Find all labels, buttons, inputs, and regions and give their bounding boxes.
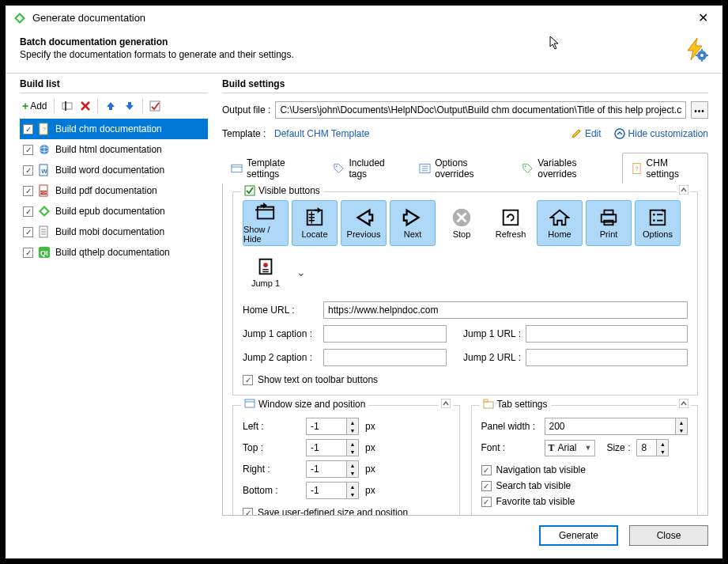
toolbar-button-home[interactable]: Home [537, 200, 583, 246]
template-link[interactable]: Default CHM Template [274, 128, 370, 139]
favorite-tab-checkbox[interactable] [481, 497, 492, 507]
move-up-button[interactable] [102, 98, 119, 114]
build-item-checkbox[interactable] [23, 227, 33, 237]
show-text-checkbox[interactable] [243, 375, 253, 385]
home-url-input[interactable] [323, 301, 688, 319]
toolbar-button-stop[interactable]: Stop [439, 200, 485, 246]
svg-text:W: W [41, 168, 47, 175]
panel-width-spinner[interactable]: ▲▼ [545, 418, 688, 435]
tab-chm-settings[interactable]: ?CHM settings [622, 153, 708, 184]
nav-tab-checkbox[interactable] [481, 465, 492, 475]
tab-label: Options overrides [435, 157, 504, 180]
toolbar-button-previous[interactable]: Previous [341, 200, 387, 246]
right-spinner[interactable]: ▲▼ [306, 460, 359, 478]
browse-output-button[interactable]: ••• [691, 101, 708, 119]
build-item-checkbox[interactable] [23, 248, 33, 258]
left-spinner[interactable]: ▲▼ [306, 418, 359, 435]
jump1-caption-input[interactable] [323, 325, 447, 343]
tab-label: Included tags [349, 157, 402, 180]
tab-options-overrides[interactable]: Options overrides [410, 153, 513, 184]
font-selector[interactable]: TArial▼ [545, 440, 596, 456]
move-down-button[interactable] [121, 98, 138, 114]
chm-icon: ? [38, 123, 51, 135]
font-size-spinner[interactable]: ▲▼ [636, 439, 669, 456]
rename-build-button[interactable] [58, 98, 76, 114]
generate-button[interactable]: Generate [539, 525, 618, 546]
build-item[interactable]: WBuild word documentation [20, 160, 208, 180]
jump2-caption-input[interactable] [323, 349, 447, 366]
chevron-up-circle-icon [614, 128, 625, 139]
build-item-checkbox[interactable] [23, 206, 33, 217]
output-file-input[interactable] [275, 101, 686, 119]
bottom-spinner[interactable]: ▲▼ [306, 482, 359, 499]
build-item-label: Build html documentation [55, 144, 162, 155]
build-item[interactable]: ?Build chm documentation [20, 119, 208, 139]
home-icon [549, 207, 570, 228]
toolbar-button-locate[interactable]: Locate [292, 200, 338, 246]
header: Batch documentation generation Specify t… [6, 30, 722, 73]
jump2-url-input[interactable] [526, 349, 688, 366]
collapse-group-button[interactable] [439, 399, 453, 408]
toggle-all-button[interactable] [147, 99, 163, 113]
build-item-checkbox[interactable] [23, 186, 33, 196]
build-list-title: Build list [20, 78, 208, 89]
build-settings-title: Build settings [222, 78, 708, 89]
size-label: Size : [606, 442, 630, 453]
tab-template-settings[interactable]: Template settings [222, 153, 324, 184]
toolbar-button-label: Stop [453, 229, 471, 239]
visible-buttons-group: Visible buttons Show / HideLocatePreviou… [232, 191, 698, 396]
jump1-url-label: Jump 1 URL : [458, 328, 521, 339]
window-title: Generate documentation [32, 12, 692, 24]
expand-buttons-icon[interactable]: ⌄ [292, 266, 311, 278]
toolbar-button-show-hide[interactable]: Show / Hide [243, 200, 289, 246]
build-item-checkbox[interactable] [23, 145, 33, 155]
build-item-checkbox[interactable] [23, 124, 33, 134]
add-build-button[interactable]: +Add [20, 98, 50, 114]
close-button[interactable]: Close [629, 525, 708, 546]
hide-customization-link[interactable]: Hide customization [628, 128, 708, 139]
visible-buttons-row: Show / HideLocatePreviousNextStopRefresh… [243, 200, 688, 295]
build-item[interactable]: QtBuild qthelp documentation [20, 242, 208, 263]
svg-point-55 [653, 214, 655, 216]
svg-text:?: ? [635, 166, 638, 172]
locate-icon [304, 207, 325, 228]
build-list: ?Build chm documentationBuild html docum… [20, 119, 208, 516]
build-item-label: Build epub documentation [55, 206, 165, 217]
toolbar-button-jump-1[interactable]: Jump 1 [243, 249, 289, 295]
collapse-group-button[interactable] [677, 185, 691, 195]
build-item[interactable]: Build mobi documentation [20, 221, 208, 242]
panel-width-label: Panel width : [481, 421, 538, 432]
delete-build-button[interactable] [77, 99, 93, 113]
build-item[interactable]: Build epub documentation [20, 201, 208, 221]
toolbar-button-print[interactable]: Print [586, 200, 632, 246]
toolbar-button-label: Home [548, 229, 571, 239]
left-label: Left : [243, 421, 300, 432]
next-icon [402, 207, 423, 228]
build-item-label: Build word documentation [55, 165, 164, 176]
top-spinner[interactable]: ▲▼ [306, 439, 359, 456]
jump2-caption-label: Jump 2 caption : [243, 352, 319, 363]
home-url-label: Home URL : [243, 305, 319, 316]
toolbar-button-refresh[interactable]: Refresh [488, 200, 534, 246]
window-close-button[interactable]: ✕ [692, 10, 715, 25]
collapse-group-button[interactable] [677, 399, 691, 408]
save-position-label: Save user-defined size and position [258, 507, 408, 516]
build-item-checkbox[interactable] [23, 165, 33, 176]
tab-variables-overrides[interactable]: Variables overrides [513, 153, 621, 184]
search-tab-checkbox[interactable] [481, 481, 492, 491]
jump1-url-input[interactable] [526, 325, 688, 343]
variables-icon [522, 162, 534, 175]
tab-included-tags[interactable]: Included tags [324, 153, 410, 184]
build-item-label: Build mobi documentation [55, 226, 164, 237]
chm-icon: ? [631, 162, 643, 175]
tab-icon [483, 399, 494, 410]
top-label: Top : [243, 442, 300, 453]
jump-icon [255, 256, 276, 277]
save-position-checkbox[interactable] [243, 508, 253, 517]
toolbar-button-label: Show / Hide [243, 225, 288, 244]
toolbar-button-next[interactable]: Next [390, 200, 436, 246]
build-item[interactable]: Build html documentation [20, 139, 208, 160]
build-item[interactable]: PDFBuild pdf documentation [20, 180, 208, 201]
edit-template-link[interactable]: Edit [585, 128, 602, 139]
toolbar-button-options[interactable]: Options [635, 200, 681, 246]
